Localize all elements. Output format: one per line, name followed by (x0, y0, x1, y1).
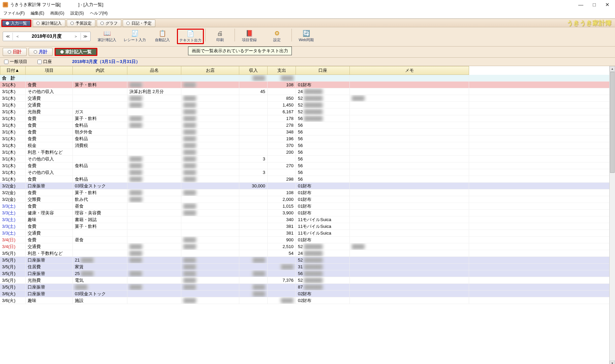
income-cell (239, 203, 268, 209)
menu-item[interactable]: 設定(S) (70, 10, 84, 16)
menu-item[interactable]: 編集(E) (31, 10, 44, 16)
table-row[interactable]: 3/1(木)光熱費ガス████6,16752 ██████ (0, 109, 609, 115)
column-header[interactable]: お店 (181, 66, 239, 75)
table-row[interactable]: 3/1(木)交通費████████85052 ██████████ (0, 95, 609, 102)
window-title: うきうき家計簿 フリー版[ ] - [入力一覧] (10, 2, 103, 8)
table-row[interactable]: 3/1(木)その他の収入決算お利息 2月分4524 ██████ (0, 88, 609, 95)
table-row[interactable]: 3/3(土)食費昼食████1,01501財布 (0, 203, 609, 210)
table-row[interactable]: 3/3(土)交通費38111モバイルSuica (0, 230, 609, 237)
table-row[interactable]: 3/2(金)交際費飲み代████2,00001財布 (0, 196, 609, 203)
table-row[interactable]: 3/5(月)住居費家賃████████31 ██████ (0, 264, 609, 270)
main-tab[interactable]: 入力一覧 (1, 20, 31, 27)
toolbar-reg-button[interactable]: 📕項目登録 (236, 29, 263, 43)
column-header[interactable]: 日付▲ (0, 66, 26, 75)
table-row[interactable]: 3/1(木)交通費████████1,45052 ██████ (0, 102, 609, 109)
table-row[interactable]: 3/5(月)光熱費電気████7,37652 ██████ (0, 277, 609, 284)
main-tab[interactable]: 日記・予定 (123, 20, 155, 27)
income-cell (239, 243, 268, 250)
toolbar-text-button[interactable]: 📄テキスト出力 (177, 29, 204, 44)
filter-account[interactable]: 口座 (37, 59, 52, 65)
table-row[interactable]: 3/1(木)食費食料品████████29856 (0, 176, 609, 183)
filter-account-checkbox[interactable] (37, 60, 42, 64)
table-row[interactable]: 3/2(金)口座振替03現金ストック30,00001財布 (0, 183, 609, 189)
menu-item[interactable]: ファイル(F) (3, 10, 25, 16)
memo-cell (350, 196, 469, 203)
filter-general-checkbox[interactable] (4, 60, 8, 64)
column-header[interactable]: メモ (350, 66, 469, 75)
table-row[interactable]: 3/1(木)税金消費税████37056 (0, 142, 609, 149)
date-cell: 3/1(木) (0, 95, 26, 101)
close-button[interactable]: ✕ (605, 2, 610, 8)
column-header[interactable]: 項目 (26, 66, 73, 75)
expense-cell: 108 (268, 82, 296, 88)
expense-cell: 2,510 (268, 243, 296, 250)
toolbar-receipt-button[interactable]: 🧾レシート入力 (122, 29, 148, 43)
sub-tab[interactable]: 月計 (29, 48, 53, 56)
column-header[interactable]: 支出 (268, 66, 296, 75)
table-row[interactable]: 3/1(木)食費食料品████████27856 (0, 122, 609, 129)
maximize-button[interactable]: □ (593, 2, 596, 8)
table-row[interactable]: 3/1(木)食費食料品████19656 (0, 135, 609, 142)
table-row[interactable]: 3/3(土)食費菓子・飲料38111モバイルSuica (0, 223, 609, 230)
column-header[interactable]: 収入 (239, 66, 268, 75)
brand-logo: うきうき家計簿 (567, 19, 612, 27)
table-row[interactable]: 3/5(月)口座振替21 ████████████████52 ██████ (0, 257, 609, 264)
month-prev-button[interactable]: ＜ (13, 32, 22, 41)
table-row[interactable]: 3/1(木)食費食料品████████27056 (0, 162, 609, 169)
main-tab[interactable]: グラフ (97, 20, 121, 27)
menu-item[interactable]: 画面(G) (50, 10, 64, 16)
table-row[interactable]: 3/1(木)食費菓子・飲料████████17856 ██████ (0, 115, 609, 122)
toolbar-book-button[interactable]: 📖家計簿記入 (94, 29, 120, 43)
month-prev2-button[interactable]: ≪ (3, 32, 12, 41)
income-cell: 3 (239, 169, 268, 176)
date-cell: 3/5(月) (0, 264, 26, 270)
table-row[interactable]: 3/1(木)その他の収入████████356 (0, 169, 609, 176)
table-row[interactable]: 3/5(月)口座振替25 ████████████████56 ██████ (0, 270, 609, 277)
table-row[interactable]: 3/3(土)趣味書籍・雑誌34011モバイルSuica (0, 216, 609, 223)
table-row[interactable]: 3/4(日)交通費████████2,51052 ██████████ (0, 243, 609, 250)
main-tab[interactable]: 予算設定 (67, 20, 95, 27)
expense-cell: 348 (268, 129, 296, 135)
scroll-thumb[interactable] (610, 72, 615, 173)
vertical-scrollbar[interactable]: ▲ ▼ (609, 66, 615, 364)
table-row[interactable]: 3/5(月)口座振替████████████████87 ██████ (0, 284, 609, 291)
column-header[interactable]: 品名 (127, 66, 181, 75)
table-row[interactable]: 3/5(月)利息・手数料など████5424 ██████ (0, 250, 609, 257)
scroll-up-icon[interactable]: ▲ (610, 66, 615, 72)
radio-icon (6, 22, 9, 25)
table-row[interactable]: 3/2(金)食費菓子・飲料████████10801財布 (0, 189, 609, 196)
expense-cell: 1,450 (268, 102, 296, 108)
month-next2-button[interactable]: ≫ (81, 32, 90, 41)
table-row[interactable]: 3/4(日)食費昼食████90001財布 (0, 237, 609, 243)
shop-cell: ████ (181, 203, 239, 209)
main-tab[interactable]: 家計簿記入 (33, 20, 65, 27)
account-cell: 56 (296, 142, 350, 149)
sub-cell: 書籍・雑誌 (73, 216, 127, 223)
filter-general[interactable]: 一般項目 (4, 59, 27, 65)
table-row[interactable]: 3/1(木)利息・手数料など████20056 (0, 149, 609, 156)
toolbar-print-button[interactable]: 🖨印刷 (207, 29, 233, 43)
grid-header: 日付▲項目内訳品名お店収入支出口座メモ (0, 66, 609, 75)
table-row[interactable]: 3/1(木)食費菓子・飲料████████10801財布 (0, 82, 609, 88)
toolbar-auto-button[interactable]: 📋自動記入 (149, 29, 176, 43)
date-cell: 3/1(木) (0, 176, 26, 182)
toolbar-set-button[interactable]: ⚙設定 (264, 29, 290, 43)
scroll-down-icon[interactable]: ▼ (610, 361, 615, 364)
minimize-button[interactable]: — (578, 2, 583, 8)
column-header[interactable]: 口座 (296, 66, 350, 75)
table-row[interactable]: 3/6(火)口座振替03現金ストック████02財布 (0, 291, 609, 297)
sub-tab[interactable]: 家計記入一覧 (55, 48, 97, 56)
table-row[interactable]: 3/6(火)趣味施設████████02財布 (0, 297, 609, 304)
month-next-button[interactable]: ＞ (71, 32, 81, 41)
column-header[interactable]: 内訳 (73, 66, 127, 75)
item-cell: 交通費 (26, 243, 73, 250)
scroll-track[interactable] (610, 72, 615, 361)
table-row[interactable]: 3/1(木)食費朝夕外食████34856 (0, 129, 609, 135)
sub-tab[interactable]: 日計 (3, 48, 27, 56)
table-row[interactable]: 3/3(土)健康・理美容理容・美容費████3,90001財布 (0, 210, 609, 216)
expense-cell (268, 183, 296, 189)
memo-cell (350, 109, 469, 115)
toolbar-web-button[interactable]: 🔄Web同期 (293, 29, 319, 43)
menu-item[interactable]: ヘルプ(H) (90, 10, 108, 16)
table-row[interactable]: 3/1(木)その他の収入████████356 (0, 156, 609, 162)
